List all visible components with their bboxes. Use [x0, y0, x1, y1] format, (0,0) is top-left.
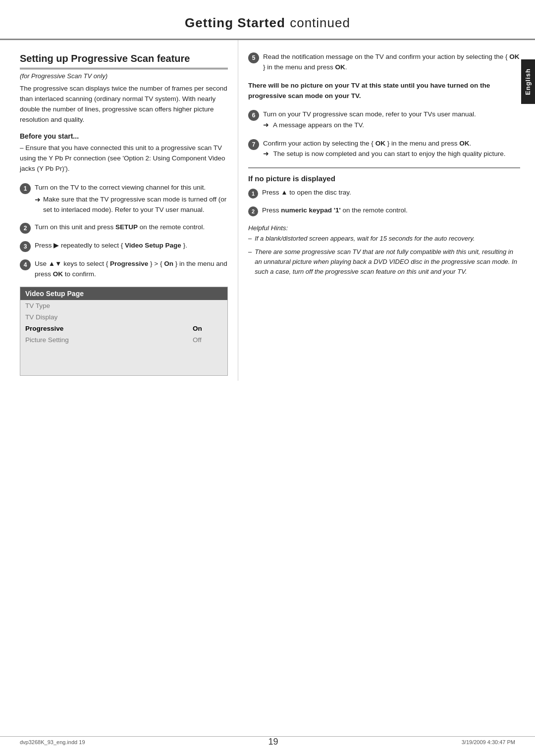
page-container: English Getting Started continued Settin… [0, 0, 535, 756]
main-content: Setting up Progressive Scan feature (for… [0, 40, 535, 381]
page-footer: dvp3268K_93_eng.indd 19 19 3/19/2009 4:3… [0, 736, 535, 747]
right-step-7-number: 7 [248, 139, 259, 150]
table-row-tv-display: TV Display [20, 311, 227, 323]
helpful-hints-text-1: – If a blank/distorted screen appears, w… [248, 234, 520, 277]
if-no-picture-heading: If no picture is displayed [248, 174, 520, 183]
section-title: Setting up Progressive Scan feature [20, 52, 228, 69]
helpful-hints-section: Helpful Hints: – If a blank/distorted sc… [248, 224, 520, 277]
step-1-number: 1 [20, 183, 31, 194]
page-header: Getting Started continued [0, 0, 535, 40]
step-3-number: 3 [20, 241, 31, 252]
step-3-content: Press ▶ repeatedly to select { Video Set… [35, 241, 228, 251]
right-step-6-number: 6 [248, 110, 259, 121]
table-body: TV Type TV Display Progressive On Pictur… [20, 300, 227, 375]
right-step-7-content: Confirm your action by selecting the { O… [263, 139, 520, 160]
step-6-note: ➜ A message appears on the TV. [263, 120, 520, 131]
page-number: 19 [268, 737, 278, 747]
if-no-picture-step-1-content: Press ▲ to open the disc tray. [262, 188, 520, 198]
table-row-tv-type: TV Type [20, 300, 227, 311]
if-no-picture-step-2-number: 2 [248, 206, 258, 216]
before-start-label: Before you start... [20, 132, 228, 140]
before-start-text: – Ensure that you have connected this un… [20, 143, 228, 174]
step-7-note: ➜ The setup is now completed and you can… [263, 149, 520, 159]
warning-text: There will be no picture on your TV at t… [248, 81, 520, 101]
right-step-5: 5 Read the notification message on the T… [248, 52, 520, 73]
table-header: Video Setup Page [20, 287, 227, 300]
step-1: 1 Turn on the TV to the correct viewing … [20, 183, 228, 215]
arrow-icon-1: ➜ [35, 195, 41, 205]
page-title: Getting Started continued [30, 14, 505, 31]
helpful-hints-text-2: – There are some progressive scan TV tha… [248, 247, 520, 277]
footer-left: dvp3268K_93_eng.indd 19 [20, 739, 85, 745]
step-2: 2 Turn on this unit and press SETUP on t… [20, 222, 228, 234]
separator [248, 167, 520, 168]
dash-icon-1: – [248, 234, 252, 244]
video-setup-table: Video Setup Page TV Type TV Display Prog… [20, 287, 228, 376]
step-2-number: 2 [20, 223, 31, 234]
step-2-content: Turn on this unit and press SETUP on the… [35, 222, 228, 233]
step-1-note: ➜ Make sure that the TV progressive scan… [35, 195, 228, 215]
arrow-icon-7: ➜ [263, 150, 269, 157]
right-step-5-number: 5 [248, 52, 259, 63]
dash-icon-2: – [248, 247, 252, 277]
english-tab: English [521, 59, 535, 104]
step-3: 3 Press ▶ repeatedly to select { Video S… [20, 241, 228, 252]
helpful-hints-title: Helpful Hints: [248, 224, 520, 232]
table-row-progressive: Progressive On [20, 323, 227, 334]
arrow-icon-6: ➜ [263, 121, 269, 129]
table-row-picture-setting: Picture Setting Off [20, 334, 227, 346]
description-text: The progressive scan displays twice the … [20, 84, 228, 125]
right-step-6-content: Turn on your TV progressive scan mode, r… [263, 109, 520, 131]
left-column: Setting up Progressive Scan feature (for… [20, 40, 238, 381]
italic-note: (for Progressive Scan TV only) [20, 72, 228, 80]
if-no-picture-step-1: 1 Press ▲ to open the disc tray. [248, 188, 520, 199]
if-no-picture-step-2-content: Press numeric keypad '1' on the remote c… [262, 205, 520, 216]
if-no-picture-step-1-number: 1 [248, 189, 258, 199]
step-1-content: Turn on the TV to the correct viewing ch… [35, 183, 228, 215]
right-column: 5 Read the notification message on the T… [238, 40, 520, 381]
if-no-picture-step-2: 2 Press numeric keypad '1' on the remote… [248, 205, 520, 216]
step-4: 4 Use ▲▼ keys to select { Progressive } … [20, 259, 228, 280]
right-step-5-content: Read the notification message on the TV … [263, 52, 520, 73]
step-4-content: Use ▲▼ keys to select { Progressive } > … [35, 259, 228, 280]
right-step-7: 7 Confirm your action by selecting the {… [248, 139, 520, 160]
step-4-number: 4 [20, 259, 31, 270]
right-step-6: 6 Turn on your TV progressive scan mode,… [248, 109, 520, 131]
footer-right: 3/19/2009 4:30:47 PM [462, 739, 515, 745]
